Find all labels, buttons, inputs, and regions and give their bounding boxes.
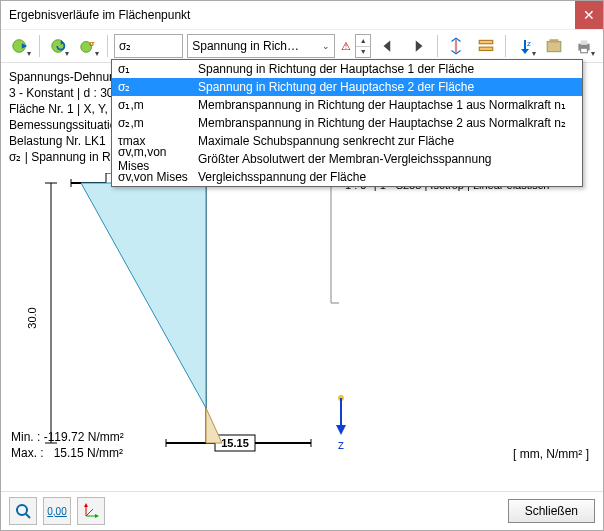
rows-icon[interactable] <box>473 33 499 59</box>
dropdown-item[interactable]: σ₁Spannung in Richtung der Hauptachse 1 … <box>112 60 582 78</box>
zoom-button[interactable] <box>9 497 37 525</box>
scale-y-icon[interactable] <box>444 33 470 59</box>
svg-marker-31 <box>81 183 206 408</box>
svg-point-39 <box>17 505 27 515</box>
quantity-dropdown: σ₁Spannung in Richtung der Hauptachse 1 … <box>111 59 583 187</box>
chevron-down-icon: ⌄ <box>322 41 330 51</box>
globe-refresh-icon[interactable] <box>46 33 72 59</box>
svg-text:σ: σ <box>89 39 95 48</box>
units-label: [ mm, N/mm² ] <box>513 447 589 461</box>
window: Ergebnisverläufe im Flächenpunkt ✕ σ σ₂ … <box>0 0 604 531</box>
svg-marker-12 <box>521 49 529 54</box>
svg-marker-42 <box>84 503 88 507</box>
window-title: Ergebnisverläufe im Flächenpunkt <box>9 8 190 22</box>
dropdown-item-selected[interactable]: σ₂Spannung in Richtung der Hauptachse 2 … <box>112 78 582 96</box>
dropdown-item[interactable]: σ₂,mMembranspannung in Richtung der Haup… <box>112 114 582 132</box>
stepper[interactable]: ▲▼ <box>355 34 371 58</box>
globe-stress-icon[interactable]: σ <box>75 33 101 59</box>
svg-rect-15 <box>550 39 559 42</box>
svg-text:z: z <box>527 39 531 48</box>
chart: 30.0 -119.72 15.15 <box>11 173 593 421</box>
prev-icon[interactable] <box>375 33 401 59</box>
quantity-combo[interactable]: σ₂ <box>114 34 183 58</box>
close-icon[interactable]: ✕ <box>575 1 603 29</box>
svg-line-45 <box>86 509 93 516</box>
decimals-button[interactable]: 0,00 <box>43 497 71 525</box>
z-axis-label: z <box>338 438 344 452</box>
next-icon[interactable] <box>405 33 431 59</box>
svg-marker-32 <box>206 408 222 443</box>
svg-rect-17 <box>581 40 588 45</box>
svg-rect-9 <box>479 40 493 43</box>
svg-rect-10 <box>479 47 493 50</box>
quantity-combo-value: σ₂ <box>119 39 131 53</box>
description-combo[interactable]: Spannung in Rich… ⌄ <box>187 34 335 58</box>
svg-marker-7 <box>416 40 423 51</box>
print-icon[interactable] <box>571 33 597 59</box>
svg-marker-38 <box>336 425 346 435</box>
close-button[interactable]: Schließen <box>508 499 595 523</box>
footer: 0,00 Schließen <box>1 491 603 530</box>
axes-button[interactable] <box>77 497 105 525</box>
minmax: Min. : -119.72 N/mm² Max. : 15.15 N/mm² <box>11 429 124 461</box>
thickness-label: 30.0 <box>26 307 38 328</box>
dropdown-item[interactable]: σ₁,mMembranspannung in Richtung der Haup… <box>112 96 582 114</box>
svg-marker-6 <box>384 40 391 51</box>
dropdown-item[interactable]: σv,von MisesVergleichsspannung der Fläch… <box>112 168 582 186</box>
svg-rect-14 <box>548 42 562 52</box>
description-combo-value: Spannung in Rich… <box>192 39 299 53</box>
bottom-value: 15.15 <box>221 437 249 449</box>
warning-icon: ⚠ <box>341 40 351 53</box>
sort-z-icon[interactable]: z <box>512 33 538 59</box>
settings-icon[interactable] <box>542 33 568 59</box>
svg-rect-18 <box>581 48 588 53</box>
svg-line-40 <box>26 514 30 518</box>
dropdown-item[interactable]: σv,m,von MisesGrößter Absolutwert der Me… <box>112 150 582 168</box>
svg-marker-44 <box>95 514 99 518</box>
globe-forward-icon[interactable] <box>7 33 33 59</box>
svg-rect-8 <box>455 39 457 53</box>
titlebar: Ergebnisverläufe im Flächenpunkt ✕ <box>1 1 603 30</box>
